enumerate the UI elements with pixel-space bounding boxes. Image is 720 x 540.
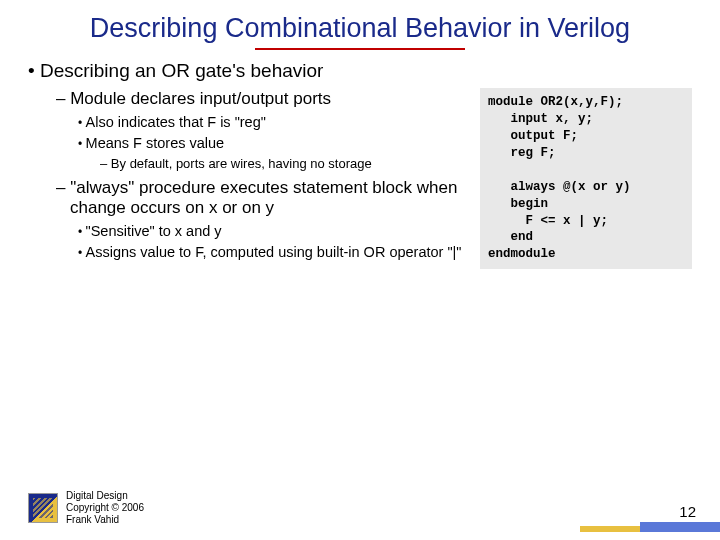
bullet-level2: Module declares input/output ports xyxy=(56,89,462,109)
bullet-level4: By default, ports are wires, having no s… xyxy=(100,156,462,172)
bullet-level3: Means F stores value xyxy=(78,135,462,152)
bullet-level3: Also indicates that F is "reg" xyxy=(78,114,462,131)
bullet-level3: "Sensitive" to x and y xyxy=(78,223,462,240)
book-logo-icon xyxy=(28,493,58,523)
footer-text: Digital Design Copyright © 2006 Frank Va… xyxy=(66,490,144,526)
title-underline xyxy=(255,48,465,50)
bullet-level1: Describing an OR gate's behavior xyxy=(28,60,462,83)
decoration-bar xyxy=(640,522,720,532)
footer-line: Copyright © 2006 xyxy=(66,502,144,514)
page-number: 12 xyxy=(679,503,696,520)
footer-line: Digital Design xyxy=(66,490,144,502)
bullet-column: Describing an OR gate's behavior Module … xyxy=(28,60,472,269)
verilog-code-block: module OR2(x,y,F); input x, y; output F;… xyxy=(480,88,692,269)
content-area: Describing an OR gate's behavior Module … xyxy=(0,60,720,269)
footer: Digital Design Copyright © 2006 Frank Va… xyxy=(28,490,144,526)
code-column: module OR2(x,y,F); input x, y; output F;… xyxy=(472,60,692,269)
decoration-bar xyxy=(580,526,640,532)
slide-title: Describing Combinational Behavior in Ver… xyxy=(0,0,720,46)
footer-line: Frank Vahid xyxy=(66,514,144,526)
bullet-level3: Assigns value to F, computed using built… xyxy=(78,244,462,261)
bullet-level2: "always" procedure executes statement bl… xyxy=(56,178,462,219)
